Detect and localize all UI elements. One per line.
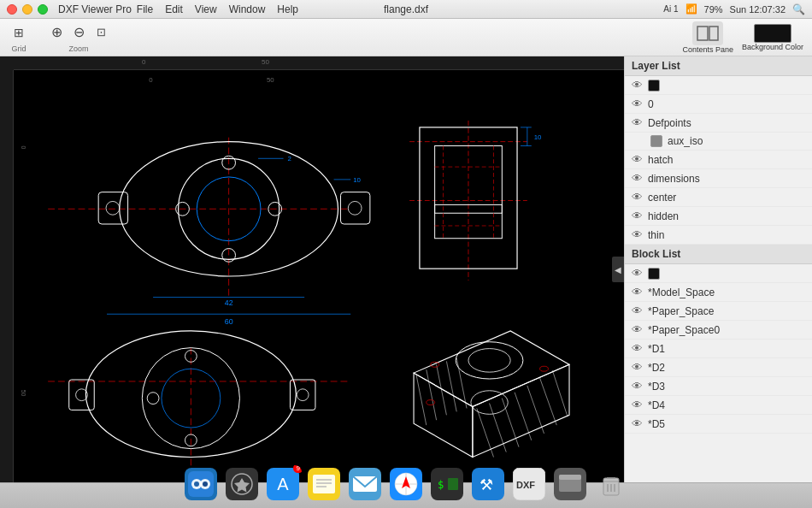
block-row-model-space[interactable]: 👁 *Model_Space bbox=[625, 283, 812, 302]
menu-file[interactable]: File bbox=[137, 3, 153, 15]
eye-icon[interactable]: 👁 bbox=[632, 97, 643, 110]
grid-button[interactable]: ⊞ bbox=[9, 22, 29, 43]
ruler-corner bbox=[0, 56, 14, 70]
toolbar: ⊞ Grid ⊕ ⊖ ⊡ Zoom Contents Pane Backgrou… bbox=[0, 19, 812, 56]
dock-dxf[interactable]: DXF bbox=[510, 465, 548, 503]
eye-icon[interactable]: 👁 bbox=[632, 304, 643, 317]
eye-icon[interactable]: 👁 bbox=[632, 172, 643, 185]
eye-icon[interactable]: 👁 bbox=[632, 267, 643, 280]
menu-window[interactable]: Window bbox=[229, 3, 266, 15]
layer-row-empty[interactable]: 👁 bbox=[625, 76, 812, 95]
background-color-swatch bbox=[754, 24, 791, 43]
dock-safari[interactable] bbox=[387, 465, 425, 503]
layer-row-center[interactable]: 👁 center bbox=[625, 188, 812, 207]
eye-icon[interactable]: 👁 bbox=[632, 210, 643, 222]
block-list-header: Block List bbox=[625, 245, 812, 264]
svg-rect-108 bbox=[559, 475, 581, 480]
eye-icon[interactable]: 👁 bbox=[632, 342, 643, 355]
eye-icon[interactable]: 👁 bbox=[632, 79, 643, 92]
menu-bar: File Edit View Window Help bbox=[137, 3, 298, 15]
dock: A 9 $ ⚒ DXF bbox=[0, 482, 812, 508]
layer-name: hatch bbox=[648, 154, 673, 166]
right-panel: Layer List 👁 👁 0 👁 Defpoints aux_iso 👁 h… bbox=[624, 56, 812, 482]
layer-row-0[interactable]: 👁 0 bbox=[625, 95, 812, 114]
svg-text:⚒: ⚒ bbox=[480, 476, 493, 493]
block-row-paper-space0[interactable]: 👁 *Paper_Space0 bbox=[625, 321, 812, 340]
layer-name: Defpoints bbox=[648, 117, 691, 129]
svg-text:60: 60 bbox=[225, 317, 233, 326]
block-color-swatch bbox=[648, 268, 660, 280]
panel-collapse-button[interactable]: ◀ bbox=[612, 257, 624, 282]
layer-row-aux-iso[interactable]: aux_iso bbox=[625, 133, 812, 151]
zoom-in-button[interactable]: ⊕ bbox=[46, 22, 67, 43]
eye-icon[interactable]: 👁 bbox=[632, 361, 643, 374]
block-name: *Model_Space bbox=[648, 286, 715, 298]
dock-window[interactable] bbox=[551, 465, 589, 503]
dock-finder[interactable] bbox=[182, 465, 220, 503]
layer-row-defpoints[interactable]: 👁 Defpoints bbox=[625, 114, 812, 133]
eye-icon[interactable]: 👁 bbox=[632, 191, 643, 204]
eye-icon[interactable]: 👁 bbox=[632, 116, 643, 129]
block-name: *Paper_Space bbox=[648, 305, 714, 317]
dock-appstore[interactable]: A 9 bbox=[264, 465, 302, 503]
contents-pane-icon bbox=[692, 21, 723, 45]
dock-terminal[interactable]: $ bbox=[428, 465, 466, 503]
zoom-out-button[interactable]: ⊖ bbox=[68, 22, 89, 43]
layer-row-thin[interactable]: 👁 thin bbox=[625, 226, 812, 245]
eye-icon[interactable]: 👁 bbox=[632, 286, 643, 298]
block-row-d5[interactable]: 👁 *D5 bbox=[625, 415, 812, 434]
svg-rect-1 bbox=[709, 27, 718, 40]
eye-icon[interactable]: 👁 bbox=[632, 323, 643, 336]
ruler-left bbox=[0, 56, 14, 482]
svg-text:DXF: DXF bbox=[516, 480, 535, 490]
dock-launchpad[interactable] bbox=[223, 465, 261, 503]
block-row-paper-space[interactable]: 👁 *Paper_Space bbox=[625, 302, 812, 321]
eye-icon[interactable]: 👁 bbox=[632, 399, 643, 411]
zoom-label: Zoom bbox=[68, 44, 88, 53]
block-name: *D1 bbox=[648, 343, 665, 355]
dock-trash[interactable] bbox=[592, 465, 630, 503]
menu-help[interactable]: Help bbox=[277, 3, 298, 15]
svg-rect-101 bbox=[448, 478, 458, 490]
layer-row-hidden[interactable]: 👁 hidden bbox=[625, 207, 812, 226]
svg-point-80 bbox=[203, 481, 208, 487]
contents-pane-button[interactable]: Contents Pane bbox=[682, 21, 733, 54]
dock-notes[interactable] bbox=[305, 465, 343, 503]
cad-viewport[interactable]: 0 50 ◀ bbox=[0, 56, 624, 482]
svg-text:50: 50 bbox=[267, 76, 274, 84]
layer-row-hatch[interactable]: 👁 hatch bbox=[625, 151, 812, 169]
eye-icon[interactable]: 👁 bbox=[632, 153, 643, 166]
dock-xcode[interactable]: ⚒ bbox=[469, 465, 507, 503]
block-row-empty[interactable]: 👁 bbox=[625, 264, 812, 283]
contents-pane-label: Contents Pane bbox=[682, 45, 733, 54]
minimize-button[interactable] bbox=[22, 4, 32, 15]
block-row-d2[interactable]: 👁 *D2 bbox=[625, 358, 812, 377]
svg-text:10: 10 bbox=[534, 133, 542, 141]
dock-mail[interactable] bbox=[346, 465, 384, 503]
title-bar-left: DXF Viewer Pro File Edit View Window Hel… bbox=[7, 3, 298, 15]
ruler-mark: 0 bbox=[142, 58, 145, 66]
fullscreen-button[interactable] bbox=[38, 4, 48, 15]
eye-icon[interactable]: 👁 bbox=[632, 380, 643, 393]
layer-name: aux_iso bbox=[668, 135, 703, 147]
zoom-fit-button[interactable]: ⊡ bbox=[91, 22, 111, 43]
eye-icon[interactable]: 👁 bbox=[632, 417, 643, 430]
background-color-button[interactable]: Background Color bbox=[742, 24, 803, 51]
block-name: *D5 bbox=[648, 418, 665, 430]
svg-text:50: 50 bbox=[21, 390, 26, 397]
block-row-d3[interactable]: 👁 *D3 bbox=[625, 377, 812, 396]
block-row-d4[interactable]: 👁 *D4 bbox=[625, 396, 812, 415]
title-bar: DXF Viewer Pro File Edit View Window Hel… bbox=[0, 0, 812, 19]
close-button[interactable] bbox=[7, 4, 17, 15]
block-row-d1[interactable]: 👁 *D1 bbox=[625, 340, 812, 358]
main-content: 0 50 ◀ bbox=[0, 56, 812, 482]
menu-edit[interactable]: Edit bbox=[165, 3, 183, 15]
svg-rect-99 bbox=[431, 468, 463, 500]
layer-name: 0 bbox=[648, 98, 654, 110]
eye-icon[interactable]: 👁 bbox=[632, 228, 643, 241]
layer-row-dimensions[interactable]: 👁 dimensions bbox=[625, 169, 812, 188]
svg-rect-0 bbox=[697, 27, 708, 40]
cad-drawing: 42 60 2 10 bbox=[14, 70, 612, 482]
search-icon[interactable]: 🔍 bbox=[792, 3, 805, 15]
menu-view[interactable]: View bbox=[195, 3, 217, 15]
